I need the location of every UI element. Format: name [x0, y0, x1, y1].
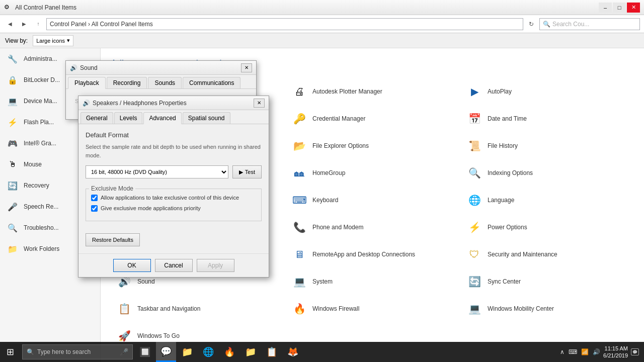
- refresh-button[interactable]: ↻: [525, 18, 537, 30]
- sound-tab-recording[interactable]: Recording: [107, 77, 147, 88]
- sound-tab-playback[interactable]: Playback: [68, 77, 106, 89]
- sidebar-icon-0: 🔧: [6, 52, 20, 66]
- speakers-close-button[interactable]: ✕: [254, 99, 265, 108]
- grid-item-keyboard[interactable]: ⌨ Keyboard: [286, 188, 459, 213]
- taskbar-app-opera[interactable]: 🔥: [219, 342, 239, 362]
- grid-item-credential-manager[interactable]: 🔑 Credential Manager: [286, 106, 459, 131]
- exclusive-mode-section: Exclusive Mode Allow applications to tak…: [86, 189, 262, 221]
- format-select[interactable]: 16 bit, 48000 Hz (DVD Quality): [86, 165, 228, 178]
- restore-defaults-button[interactable]: Restore Defaults: [86, 233, 140, 246]
- dialog-buttons: OK Cancel Apply: [78, 253, 269, 277]
- label-power-options: Power Options: [488, 224, 527, 231]
- activate-windows: Activate Windows Go to Settings to activ…: [531, 297, 634, 317]
- taskbar-app-misc[interactable]: 🦊: [283, 342, 303, 362]
- keyboard-icon[interactable]: ⌨: [568, 347, 578, 356]
- taskbar-app-outlook[interactable]: 📋: [262, 342, 282, 362]
- label-keyboard: Keyboard: [312, 197, 338, 204]
- taskbar-app-firefox[interactable]: 📁: [177, 342, 197, 362]
- exclusive-checkbox-label-2: Give exclusive mode applications priorit…: [101, 205, 201, 212]
- taskbar-app-chrome[interactable]: 🌐: [198, 342, 218, 362]
- grid-item-file-explorer[interactable]: 📂 File Explorer Options: [286, 133, 459, 158]
- taskbar-app-task-view[interactable]: 🔲: [135, 342, 155, 362]
- exclusive-checkbox-1[interactable]: [91, 195, 98, 201]
- view-by-label: View by:: [5, 37, 28, 44]
- start-button[interactable]: ⊞: [0, 342, 20, 362]
- grid-item-taskbar[interactable]: 📋 Taskbar and Navigation: [111, 296, 284, 321]
- address-path[interactable]: Control Panel › All Control Panel Items: [46, 18, 523, 30]
- taskbar-time[interactable]: 11:15 AM 6/21/2019: [603, 345, 628, 359]
- icon-date-time: 📅: [466, 111, 482, 127]
- sound-tab-sounds[interactable]: Sounds: [148, 77, 182, 88]
- grid-item-remoteapp[interactable]: 🖥 RemoteApp and Desktop Connections: [286, 242, 459, 267]
- network-icon[interactable]: 📶: [580, 347, 590, 356]
- sidebar-label-1: BitLocker D...: [24, 76, 60, 83]
- sidebar-icon-9: 📁: [6, 242, 20, 256]
- test-button[interactable]: ▶ Test: [232, 165, 262, 178]
- close-button[interactable]: ✕: [627, 3, 640, 13]
- grid-item-date-time[interactable]: 📅 Date and Time: [461, 106, 634, 131]
- speakers-tab-advanced[interactable]: Advanced: [143, 112, 181, 124]
- grid-item-homegroup[interactable]: 🏘 HomeGroup: [286, 160, 459, 186]
- sidebar-icon-2: 💻: [6, 94, 20, 108]
- cancel-button[interactable]: Cancel: [155, 259, 193, 272]
- grid-item-windows-firewall[interactable]: 🔥 Windows Firewall: [286, 296, 459, 321]
- grid-item-system[interactable]: 💻 System: [286, 269, 459, 294]
- speakers-tab-general[interactable]: General: [80, 112, 113, 124]
- minimize-button[interactable]: –: [599, 3, 612, 13]
- icon-system: 💻: [291, 274, 307, 290]
- sidebar-label-5: Mouse: [24, 161, 42, 168]
- taskbar-app-explorer[interactable]: 💬: [156, 342, 176, 362]
- grid-item-phone-modem[interactable]: 📞 Phone and Modem: [286, 215, 459, 240]
- grid-item-language[interactable]: 🌐 Language: [461, 188, 634, 213]
- up-button[interactable]: ↑: [32, 18, 44, 30]
- exclusive-checkbox-2[interactable]: [91, 205, 98, 212]
- ok-button[interactable]: OK: [113, 259, 151, 272]
- icon-sync-center: 🔄: [466, 274, 482, 290]
- label-credential-manager: Credential Manager: [312, 115, 365, 122]
- grid-item-power-options[interactable]: ⚡ Power Options: [461, 215, 634, 240]
- notification-icon: 💬: [631, 348, 639, 355]
- sound-title-icon: 🔊: [70, 64, 77, 71]
- speakers-dialog: 🔊 Speakers / Headphones Properties ✕ Gen…: [78, 96, 269, 278]
- apply-button[interactable]: Apply: [197, 259, 234, 272]
- label-autodesk-plotter: Autodesk Plotter Manager: [312, 88, 382, 95]
- icon-language: 🌐: [466, 192, 482, 208]
- sidebar-icon-6: 🔄: [6, 178, 20, 193]
- notification-button[interactable]: 💬: [630, 342, 640, 362]
- grid-item-autoplay[interactable]: ▶ AutoPlay: [461, 79, 634, 104]
- sidebar-icon-7: 🎤: [6, 200, 20, 214]
- taskbar-search[interactable]: 🔍 Type here to search 🎤: [22, 344, 133, 359]
- volume-icon[interactable]: 🔊: [592, 347, 601, 356]
- grid-item-security-maintenance[interactable]: 🛡 Security and Maintenance: [461, 242, 634, 267]
- search-box[interactable]: 🔍 Search Cou...: [539, 18, 640, 30]
- grid-item-file-history[interactable]: 📜 File History: [461, 133, 634, 158]
- grid-item-indexing-options[interactable]: 🔍 Indexing Options: [461, 160, 634, 186]
- activate-windows-line2: Go to Settings to activate Windows.: [531, 307, 634, 317]
- grid-item-sync-center[interactable]: 🔄 Sync Center: [461, 269, 634, 294]
- titlebar-title: All Control Panel Items: [15, 4, 599, 11]
- format-row: 16 bit, 48000 Hz (DVD Quality) ▶ Test: [86, 165, 262, 178]
- sidebar-label-0: Administra...: [24, 55, 57, 62]
- sidebar-icon-4: 🎮: [6, 136, 20, 150]
- exclusive-checkbox-row-1: Allow applications to take exclusive con…: [91, 194, 256, 202]
- speakers-tab-spatial[interactable]: Spatial sound: [183, 112, 230, 124]
- sound-tab-communications[interactable]: Communications: [183, 77, 240, 88]
- label-date-time: Date and Time: [488, 115, 527, 122]
- play-icon: ▶: [239, 169, 243, 175]
- label-autoplay: AutoPlay: [488, 88, 512, 95]
- label-indexing-options: Indexing Options: [488, 169, 533, 176]
- taskbar-app-folder[interactable]: 📁: [240, 342, 261, 362]
- icon-windows-mobility: 💻: [466, 301, 482, 317]
- grid-item-autodesk-plotter[interactable]: 🖨 Autodesk Plotter Manager: [286, 79, 459, 104]
- forward-button[interactable]: ▶: [18, 18, 30, 30]
- label-windows-to-go: Windows To Go: [137, 332, 180, 339]
- back-button[interactable]: ◀: [4, 18, 16, 30]
- icon-indexing-options: 🔍: [466, 165, 482, 181]
- sound-close-button[interactable]: ✕: [241, 63, 252, 72]
- chevron-up-icon[interactable]: ∧: [559, 347, 566, 356]
- maximize-button[interactable]: □: [613, 3, 626, 13]
- taskbar-search-text: Type here to search: [37, 348, 91, 355]
- speakers-tab-levels[interactable]: Levels: [114, 112, 143, 124]
- view-dropdown[interactable]: Large icons ▾: [33, 35, 73, 46]
- label-homegroup: HomeGroup: [312, 169, 345, 176]
